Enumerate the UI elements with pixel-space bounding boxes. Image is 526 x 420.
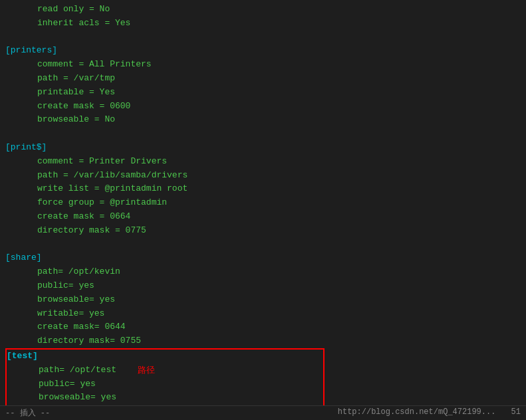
section-bracket: [print$] [5, 141, 47, 155]
code-text: public= yes [37, 279, 94, 293]
line-printers-section: [printers] [5, 44, 521, 58]
code-text: path = /var/lib/samba/drivers [37, 169, 188, 183]
line-dir-mask-share: directory mask= 0755 [5, 334, 521, 348]
code-text: create mask= 0644 [37, 320, 126, 334]
line-public-test: public= yes [7, 377, 323, 391]
line-comment-printers: comment = All Printers [5, 58, 521, 72]
line-read-only: read only = No [5, 3, 521, 17]
code-text: writable= yes [37, 307, 104, 321]
url-text: http://blog.csdn.net/mQ_472199... 51 [338, 407, 521, 419]
code-text: create mask = 0664 [37, 210, 130, 224]
line-share-section: [share] [5, 251, 521, 265]
line-path-test: path= /opt/test 路径 [7, 364, 323, 377]
line-write-list-print: write list = @printadmin root [5, 182, 521, 196]
line-inherit-acls: inherit acls = Yes [5, 17, 521, 31]
code-text: printable = Yes [37, 86, 115, 100]
line-public-share: public= yes [5, 279, 521, 293]
line-writable-share: writable= yes [5, 307, 521, 321]
line-blank-1 [5, 31, 521, 45]
line-path-print: path = /var/lib/samba/drivers [5, 169, 521, 183]
code-text: path= /opt/kevin [37, 265, 120, 279]
line-browseable-printers: browseable = No [5, 113, 521, 127]
line-print-section: [print$] [5, 141, 521, 155]
code-text: directory mask = 0775 [37, 224, 146, 238]
code-text: inherit acls = Yes [37, 17, 130, 31]
code-text: browseable= yes [37, 293, 115, 307]
code-text-path-test: path= /opt/test [39, 364, 116, 377]
page-number: 51 [511, 407, 521, 417]
line-comment-print: comment = Printer Drivers [5, 155, 521, 169]
section-bracket: [share] [5, 251, 42, 265]
code-text: public= yes [39, 377, 96, 391]
line-browseable-share: browseable= yes [5, 293, 521, 307]
code-area: read only = No inherit acls = Yes [print… [0, 0, 526, 420]
code-text: browseable= yes [39, 391, 116, 405]
insert-mode-label: -- 插入 -- [5, 407, 50, 419]
code-text: force group = @printadmin [37, 196, 167, 210]
line-create-mask-print: create mask = 0664 [5, 210, 521, 224]
line-test-section: [test] [7, 350, 323, 364]
line-blank-3 [5, 238, 521, 252]
code-text: path = /var/tmp [37, 72, 115, 86]
line-dir-mask-print: directory mask = 0775 [5, 224, 521, 238]
code-text: write list = @printadmin root [37, 182, 188, 196]
line-blank-2 [5, 127, 521, 141]
code-text: read only = No [37, 3, 110, 17]
line-force-group-print: force group = @printadmin [5, 196, 521, 210]
section-bracket-test: [test] [7, 350, 38, 364]
line-browseable-test: browseable= yes [7, 391, 323, 405]
code-text: create mask = 0600 [37, 100, 130, 114]
line-path-share: path= /opt/kevin [5, 265, 521, 279]
code-text: directory mask= 0755 [37, 334, 141, 348]
annotation-path: 路径 [138, 364, 155, 377]
line-path-printers: path = /var/tmp [5, 72, 521, 86]
url-value: http://blog.csdn.net/mQ_472199... [338, 407, 496, 417]
code-text: browseable = No [37, 113, 115, 127]
bottom-bar: -- 插入 -- http://blog.csdn.net/mQ_472199.… [0, 405, 526, 420]
code-text: comment = All Printers [37, 58, 152, 72]
line-printable: printable = Yes [5, 86, 521, 100]
code-text: comment = Printer Drivers [37, 155, 167, 169]
line-create-mask-share: create mask= 0644 [5, 320, 521, 334]
line-create-mask-printers: create mask = 0600 [5, 100, 521, 114]
section-bracket: [printers] [5, 44, 57, 58]
